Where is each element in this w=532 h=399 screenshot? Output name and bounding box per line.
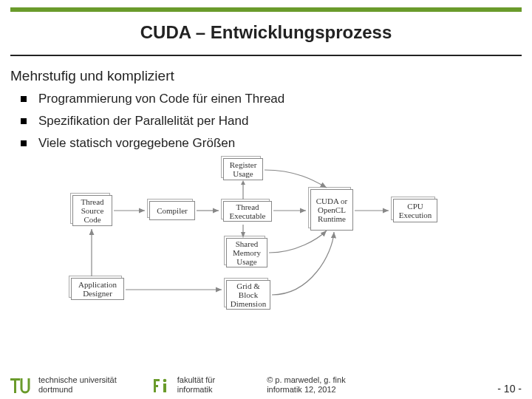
bullet-text: Spezifikation der Parallelität per Hand <box>38 114 248 129</box>
copy-line2: informatik 12, 2012 <box>267 385 346 395</box>
svg-marker-4 <box>241 180 245 185</box>
tu-logo-icon <box>10 377 33 395</box>
faculty-name: fakultät für informatik <box>177 375 215 395</box>
svg-rect-7 <box>14 378 16 393</box>
bullet-text: Viele statisch vorgegebene Größen <box>38 136 235 151</box>
bullet-item: Viele statisch vorgegebene Größen <box>21 136 522 151</box>
page-title: CUDA – Entwicklungsprozess <box>0 22 532 43</box>
accent-bar <box>10 7 522 12</box>
uni-line1: technische universität <box>38 375 117 385</box>
footer: technische universität dortmund fakultät… <box>10 375 522 395</box>
uni-line2: dortmund <box>38 385 117 395</box>
bullet-item: Spezifikation der Parallelität per Hand <box>21 114 522 129</box>
bullet-list: Programmierung von Code für einen Thread… <box>21 92 522 151</box>
bullet-icon <box>21 118 27 124</box>
page-number: - 10 - <box>497 383 522 395</box>
fi-logo-icon <box>152 377 171 395</box>
copyright: © p. marwedel, g. fink informatik 12, 20… <box>267 375 346 395</box>
bullet-text: Programmierung von Code für einen Thread <box>38 92 284 106</box>
title-divider <box>10 55 522 56</box>
svg-point-11 <box>163 379 166 383</box>
svg-marker-5 <box>241 232 245 238</box>
flow-arrows <box>59 158 473 317</box>
fak-line1: fakultät für <box>177 375 215 385</box>
svg-rect-12 <box>163 383 166 392</box>
flow-diagram: Register Usage Thread Source Code Compil… <box>59 158 473 317</box>
bullet-icon <box>21 140 27 146</box>
bullet-item: Programmierung von Code für einen Thread <box>21 92 522 106</box>
subheading: Mehrstufig und kompliziert <box>10 68 522 84</box>
copy-line1: © p. marwedel, g. fink <box>267 375 346 385</box>
bullet-icon <box>21 96 27 102</box>
fak-line2: informatik <box>177 385 215 395</box>
university-name: technische universität dortmund <box>38 375 117 395</box>
svg-rect-10 <box>154 385 158 387</box>
